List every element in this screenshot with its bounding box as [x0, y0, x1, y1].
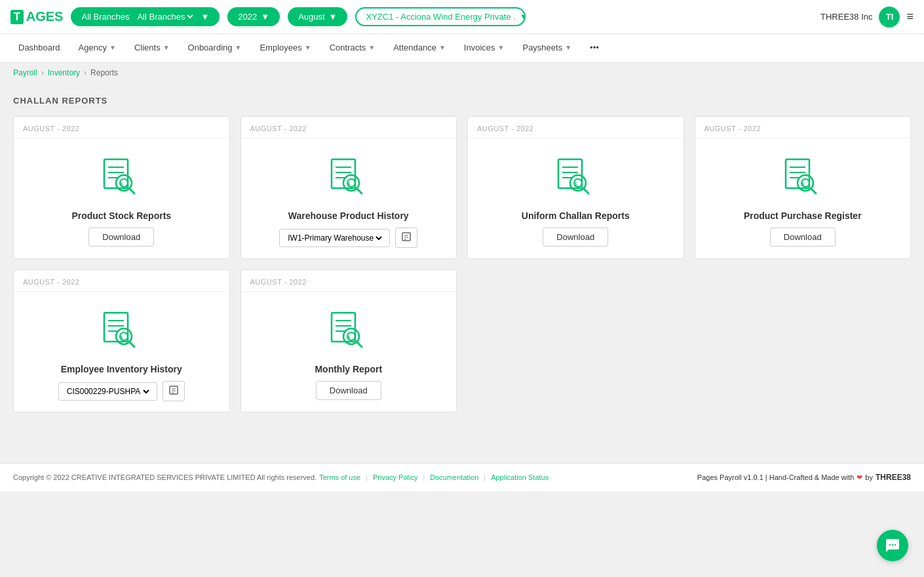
card-period-4: AUGUST - 2022 — [695, 117, 911, 138]
nav-dashboard-label: Dashboard — [18, 43, 60, 52]
report-icon-6: $ — [322, 305, 375, 357]
footer-sep-2: | — [423, 473, 425, 481]
user-avatar[interactable]: TI — [879, 7, 900, 28]
branches-label: All Branches — [81, 12, 129, 22]
card-body-4: $ Product Purchase Register Download — [695, 138, 911, 257]
footer-version: Pages Payroll v1.0.1 | Hand-Crafted & Ma… — [697, 473, 854, 481]
cards-row-1: AUGUST - 2022 $ Product Stock Reports — [13, 116, 911, 259]
card-period-6: AUGUST - 2022 — [241, 270, 457, 292]
header-right: THREE38 Inc TI ≡ — [820, 7, 914, 28]
nav-attendance-label: Attendance — [393, 43, 436, 52]
footer-docs[interactable]: Documentation — [430, 473, 478, 481]
nav-attendance[interactable]: Attendance ▼ — [385, 37, 453, 59]
nav-agency-chevron: ▼ — [109, 44, 116, 51]
nav-employees-label: Employees — [260, 43, 301, 52]
svg-text:$: $ — [347, 181, 351, 187]
footer-sep-1: | — [366, 473, 368, 481]
card-body-1: $ Product Stock Reports Download — [14, 138, 229, 257]
company-name: THREE38 Inc — [820, 12, 872, 22]
svg-text:$: $ — [801, 181, 805, 187]
footer: Copyright © 2022 CREATIVE INTEGRATED SER… — [0, 463, 924, 491]
nav-onboarding[interactable]: Onboarding ▼ — [180, 37, 250, 59]
card-body-3: $ Uniform Challan Reports Download — [468, 138, 683, 257]
download-btn-3[interactable]: Download — [543, 228, 608, 247]
main-nav: Dashboard Agency ▼ Clients ▼ Onboarding … — [0, 34, 924, 63]
warehouse-select[interactable]: IW1-Primary Warehouse — [279, 229, 390, 247]
nav-invoices-label: Invoices — [464, 43, 495, 52]
menu-icon[interactable]: ≡ — [906, 10, 914, 24]
company-chevron-icon: ▼ — [520, 12, 526, 22]
nav-employees-chevron: ▼ — [305, 44, 311, 51]
year-selector[interactable]: 2022 ▼ — [227, 7, 280, 26]
footer-terms[interactable]: Terms of use — [319, 473, 360, 481]
nav-onboarding-chevron: ▼ — [235, 44, 242, 51]
card-title-6: Monthly Report — [315, 364, 382, 374]
card-period-3: AUGUST - 2022 — [468, 117, 683, 138]
nav-invoices[interactable]: Invoices ▼ — [456, 37, 512, 59]
main-content: CHALLAN REPORTS AUGUST - 2022 $ — [0, 83, 924, 463]
employee-export-btn[interactable] — [163, 381, 185, 401]
card-product-stock: AUGUST - 2022 $ Product Stock Reports — [13, 116, 230, 259]
svg-text:$: $ — [120, 334, 123, 340]
nav-contracts-chevron: ▼ — [368, 44, 375, 51]
branches-selector[interactable]: All Branches All Branches ▼ — [71, 7, 220, 26]
nav-paysheets[interactable]: Paysheets ▼ — [514, 37, 579, 59]
year-label: 2022 — [238, 12, 257, 22]
card-period-2: AUGUST - 2022 — [241, 117, 457, 138]
card-period-5: AUGUST - 2022 — [14, 270, 229, 292]
report-icon-5: $ — [95, 305, 147, 357]
year-chevron-icon: ▼ — [261, 12, 269, 22]
nav-dashboard[interactable]: Dashboard — [10, 37, 68, 59]
report-icon-1: $ — [95, 151, 147, 204]
nav-agency[interactable]: Agency ▼ — [71, 37, 124, 59]
three38-brand: THREE38 — [876, 473, 911, 482]
branches-select[interactable]: All Branches — [134, 11, 195, 22]
svg-line-54 — [356, 342, 362, 347]
warehouse-export-btn[interactable] — [395, 228, 417, 248]
company-selector[interactable]: XYZC1 - Acciona Wind Energy Private . ▼ — [355, 7, 526, 26]
nav-employees[interactable]: Employees ▼ — [252, 37, 318, 59]
download-btn-6[interactable]: Download — [316, 381, 381, 400]
branches-chevron-icon: ▼ — [201, 12, 209, 22]
nav-paysheets-label: Paysheets — [522, 43, 562, 52]
download-btn-1[interactable]: Download — [88, 228, 154, 247]
breadcrumb-inventory[interactable]: Inventory — [48, 68, 80, 77]
warehouse-dropdown[interactable]: IW1-Primary Warehouse — [285, 233, 384, 243]
app-logo: T AGES — [10, 9, 63, 24]
empty-col-4 — [695, 269, 912, 412]
card-body-6: $ Monthly Report Download — [241, 292, 457, 410]
report-icon-3: $ — [549, 151, 602, 204]
report-icon-2: $ — [322, 151, 375, 204]
nav-paysheets-chevron: ▼ — [565, 44, 571, 51]
employee-dropdown[interactable]: CIS000229-PUSHPA — [64, 386, 151, 397]
nav-onboarding-label: Onboarding — [188, 43, 233, 52]
nav-clients-chevron: ▼ — [163, 44, 170, 51]
nav-attendance-chevron: ▼ — [439, 44, 446, 51]
employee-select[interactable]: CIS000229-PUSHPA — [58, 382, 157, 401]
svg-line-34 — [811, 188, 816, 193]
app-header: T AGES All Branches All Branches ▼ 2022 … — [0, 0, 924, 34]
footer-privacy[interactable]: Privacy Policy — [373, 473, 417, 481]
nav-clients[interactable]: Clients ▼ — [126, 37, 178, 59]
nav-more[interactable]: ••• — [582, 37, 607, 59]
card-body-5: $ Employee Inventory History CIS000229-P… — [14, 292, 229, 412]
breadcrumb: Payroll › Inventory › Reports — [0, 63, 924, 83]
breadcrumb-payroll[interactable]: Payroll — [13, 68, 37, 77]
download-btn-4[interactable]: Download — [770, 228, 836, 247]
nav-contracts[interactable]: Contracts ▼ — [322, 37, 383, 59]
nav-agency-label: Agency — [79, 43, 107, 52]
footer-status[interactable]: Application Status — [491, 473, 549, 481]
card-title-3: Uniform Challan Reports — [522, 210, 630, 221]
month-chevron-icon: ▼ — [329, 12, 337, 22]
card-body-2: $ Warehouse Product History IW1-Primary … — [241, 138, 457, 258]
logo-text: AGES — [26, 9, 64, 24]
card-monthly-report: AUGUST - 2022 $ Monthly Report Dow — [241, 269, 457, 412]
month-selector[interactable]: August ▼ — [288, 7, 347, 26]
breadcrumb-sep-2: › — [84, 68, 87, 77]
nav-clients-label: Clients — [134, 43, 161, 52]
breadcrumb-sep-1: › — [41, 68, 44, 77]
svg-text:$: $ — [120, 181, 123, 187]
heart-icon: ❤ — [857, 473, 862, 482]
svg-line-14 — [356, 188, 362, 193]
svg-line-6 — [129, 188, 134, 193]
